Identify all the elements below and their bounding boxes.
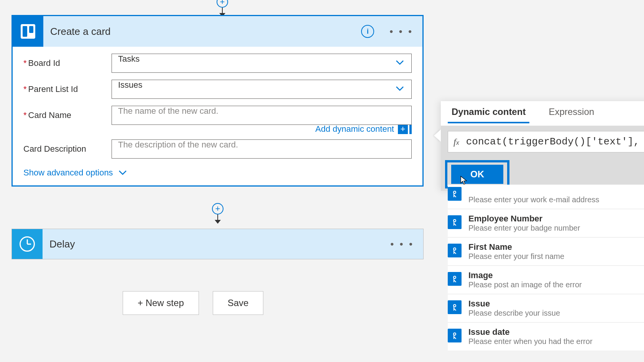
dynamic-content-list: EmailPlease enter your work e-mail addre… (448, 185, 644, 351)
input-board-id[interactable]: Tasks (112, 54, 412, 73)
ok-highlight: OK (445, 160, 509, 188)
create-card-title: Create a card (43, 26, 361, 38)
clock-icon (20, 236, 35, 252)
create-card-header[interactable]: Create a card i • • • (13, 16, 422, 47)
delay-title: Delay (43, 238, 390, 250)
input-token-icon (448, 187, 462, 201)
add-step-top[interactable]: + (217, 0, 228, 8)
input-token-icon (448, 272, 462, 286)
add-dynamic-content-link[interactable]: Add dynamic content + (315, 124, 412, 134)
input-card-description[interactable]: The description of the new card. (112, 139, 412, 159)
more-icon[interactable]: • • • (390, 238, 414, 250)
fx-icon: fx (453, 137, 459, 147)
input-token-icon (448, 215, 462, 229)
more-icon[interactable]: • • • (389, 26, 413, 38)
dynamic-content-panel: Dynamic content Expression fx concat(tri… (441, 101, 644, 191)
chevron-down-icon (118, 170, 127, 175)
input-token-icon (448, 329, 462, 342)
input-parent-list-id[interactable]: Issues (112, 80, 412, 99)
info-icon[interactable]: i (361, 25, 374, 38)
input-card-name[interactable]: The name of the new card. (112, 106, 412, 125)
plus-icon: + (398, 124, 408, 134)
delay-icon-box (12, 229, 43, 259)
arrow-line (222, 8, 223, 13)
tab-dynamic-content[interactable]: Dynamic content (448, 101, 529, 123)
input-token-icon (448, 300, 462, 314)
label-board-id: *Board Id (23, 58, 112, 68)
tab-expression[interactable]: Expression (545, 101, 598, 123)
dc-item-first-name[interactable]: First NamePlease enter your first name (448, 237, 644, 265)
dyn-bar (409, 124, 412, 134)
dc-item-image[interactable]: ImagePlease post an image of the error (448, 265, 644, 294)
action-create-card: Create a card i • • • *Board Id Tasks *P… (12, 15, 424, 187)
bottom-buttons: + New step Save (123, 291, 263, 315)
connector-mid: + (210, 203, 225, 224)
label-card-name: *Card Name (23, 110, 112, 120)
new-step-button[interactable]: + New step (123, 291, 199, 315)
add-step-mid[interactable]: + (212, 203, 223, 215)
connector-top: + (215, 0, 230, 17)
ok-button[interactable]: OK (451, 165, 503, 184)
arrow-line (217, 215, 218, 220)
action-delay: Delay • • • (12, 229, 424, 259)
save-button[interactable]: Save (213, 291, 264, 315)
panel-tabs: Dynamic content Expression (441, 101, 644, 123)
dc-item-email[interactable]: EmailPlease enter your work e-mail addre… (448, 185, 644, 209)
label-card-description: Card Description (23, 144, 112, 154)
delay-header[interactable]: Delay • • • (12, 229, 423, 259)
expression-input[interactable]: fx concat(triggerBody()['text'], ' (448, 131, 644, 152)
trello-icon-box (13, 16, 43, 47)
input-token-icon (448, 244, 462, 257)
label-parent-list-id: *Parent List Id (23, 84, 112, 94)
dc-item-issue[interactable]: IssuePlease describe your issue (448, 294, 644, 322)
panel-caret (434, 129, 441, 142)
dc-item-issue-date[interactable]: Issue datePlease enter when you had the … (448, 322, 644, 351)
trello-icon (21, 24, 35, 39)
show-advanced-options[interactable]: Show advanced options (23, 168, 412, 178)
expression-text: concat(triggerBody()['text'], ' (466, 136, 643, 147)
dc-item-employee-number[interactable]: Employee NumberPlease enter your badge n… (448, 209, 644, 237)
arrow-head-icon (215, 220, 221, 224)
